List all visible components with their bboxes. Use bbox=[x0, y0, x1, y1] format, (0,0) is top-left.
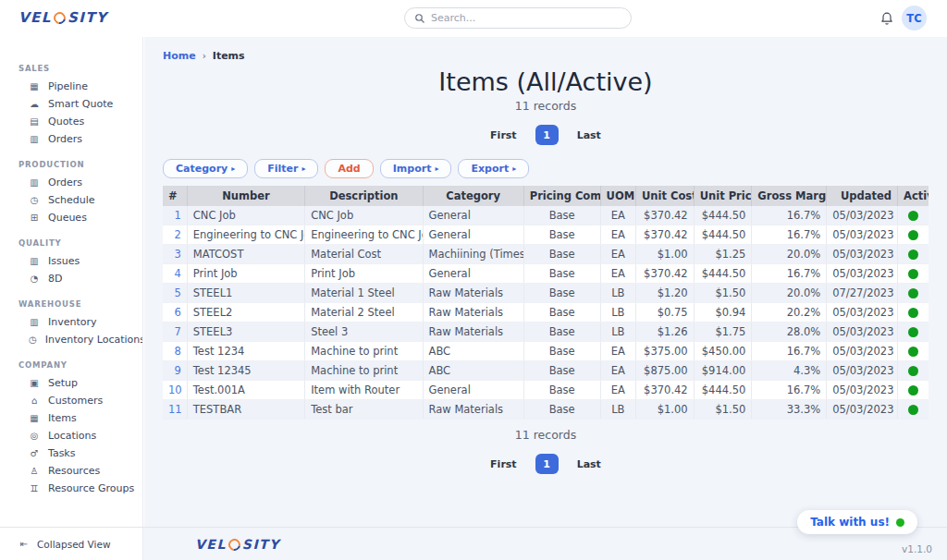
sidebar-item-inventory[interactable]: ▥Inventory bbox=[0, 313, 142, 331]
table-row[interactable]: 4Print JobPrint JobGeneralBaseEA$370.42$… bbox=[163, 264, 929, 284]
pagination-last-button[interactable]: Last bbox=[577, 129, 601, 141]
cell-num[interactable]: 1 bbox=[163, 206, 187, 225]
resources-icon: ♙ bbox=[29, 466, 40, 476]
cell-num[interactable]: 3 bbox=[163, 245, 187, 264]
column-header-active[interactable]: Active bbox=[898, 186, 929, 206]
sidebar-item-customers[interactable]: ⌂Customers bbox=[0, 392, 142, 409]
sidebar-item-setup[interactable]: ▣Setup bbox=[0, 374, 142, 392]
filter-button[interactable]: Filter▸ bbox=[254, 159, 318, 178]
breadcrumb-home-link[interactable]: Home bbox=[163, 50, 196, 62]
table-row[interactable]: 11TESTBARTest barRaw MaterialsBaseLB$1.0… bbox=[163, 400, 929, 420]
cell-num[interactable]: 8 bbox=[163, 342, 187, 361]
sidebar-item-smart-quote[interactable]: ☁Smart Quote bbox=[0, 95, 142, 113]
cell-uom: EA bbox=[600, 342, 635, 361]
collapse-view-icon: ⇤ bbox=[18, 539, 30, 549]
sidebar-item-locations[interactable]: ◎Locations bbox=[0, 427, 142, 444]
column-header-pricing-comp[interactable]: Pricing Comp bbox=[523, 186, 600, 206]
export-button[interactable]: Export▸ bbox=[458, 159, 529, 178]
cell-category: Raw Materials bbox=[423, 323, 523, 342]
active-status-dot bbox=[908, 250, 918, 260]
pagination-page-1-button[interactable]: 1 bbox=[535, 454, 559, 474]
cell-category: Machiining (Times) bbox=[423, 245, 523, 264]
sidebar-item-tasks[interactable]: ♂Tasks bbox=[0, 444, 142, 462]
sidebar-item-items[interactable]: ▦Items bbox=[0, 409, 142, 427]
cell-description: Steel 3 bbox=[305, 323, 423, 342]
table-row[interactable]: 1CNC JobCNC JobGeneralBaseEA$370.42$444.… bbox=[163, 206, 929, 225]
pagination-page-1-button[interactable]: 1 bbox=[535, 125, 559, 145]
cell-unit_cost: $370.42 bbox=[636, 206, 695, 225]
table-row[interactable]: 8Test 1234Machine to printABCBaseEA$375.… bbox=[163, 342, 929, 361]
logo-o-swoosh-icon bbox=[53, 11, 67, 25]
cell-uom: LB bbox=[600, 303, 635, 323]
pagination-last-button[interactable]: Last bbox=[577, 458, 601, 470]
cell-pricing_comp: Base bbox=[523, 225, 600, 245]
cell-description: Material 1 Steel bbox=[305, 284, 423, 303]
sidebar-item-orders[interactable]: ▥Orders bbox=[0, 174, 142, 191]
table-row[interactable]: 6STEEL2Material 2 SteelRaw MaterialsBase… bbox=[163, 303, 929, 323]
column-header-unit-price[interactable]: Unit Price bbox=[694, 186, 752, 206]
cell-unit_price: $1.50 bbox=[694, 400, 752, 420]
sidebar-item-pipeline[interactable]: ▦Pipeline bbox=[0, 78, 142, 95]
cell-num[interactable]: 6 bbox=[163, 303, 187, 323]
cell-active bbox=[898, 323, 929, 342]
breadcrumb-current: Items bbox=[213, 50, 245, 62]
column-header-description[interactable]: Description bbox=[305, 186, 423, 206]
column-header-unit-cost[interactable]: Unit Cost bbox=[636, 186, 695, 206]
category-button[interactable]: Category▸ bbox=[163, 159, 248, 178]
user-avatar[interactable]: TC bbox=[902, 6, 927, 30]
pagination-first-button[interactable]: First bbox=[490, 458, 517, 470]
column-header-gross-margin[interactable]: Gross Margin bbox=[752, 186, 827, 206]
cell-pricing_comp: Base bbox=[523, 361, 600, 381]
cell-gross_margin: 16.7% bbox=[752, 381, 827, 400]
add-button[interactable]: Add bbox=[325, 159, 373, 178]
column-header-[interactable]: # bbox=[163, 186, 187, 206]
cell-num[interactable]: 7 bbox=[163, 323, 187, 342]
global-search[interactable] bbox=[404, 7, 632, 29]
sidebar-item-schedule[interactable]: ◷Schedule bbox=[0, 191, 142, 209]
cell-updated: 05/03/2023 bbox=[827, 342, 898, 361]
table-header-row: #NumberDescriptionCategoryPricing CompUO… bbox=[163, 186, 929, 206]
sidebar-item-queues[interactable]: ⊞Queues bbox=[0, 209, 142, 226]
cell-num[interactable]: 2 bbox=[163, 225, 187, 245]
sidebar-item-resource-groups[interactable]: ♊Resource Groups bbox=[0, 480, 142, 497]
cell-unit_price: $914.00 bbox=[694, 361, 752, 381]
column-header-updated[interactable]: Updated bbox=[827, 186, 898, 206]
sidebar-item-label: Orders bbox=[48, 133, 82, 145]
table-row[interactable]: 9Test 12345Machine to printABCBaseEA$875… bbox=[163, 361, 929, 381]
sidebar-item-8d[interactable]: ◔8D bbox=[0, 270, 142, 287]
cell-category: General bbox=[423, 264, 523, 284]
cell-num[interactable]: 5 bbox=[163, 284, 187, 303]
cell-num[interactable]: 9 bbox=[163, 361, 187, 381]
sidebar-item-label: Inventory bbox=[48, 316, 97, 328]
cell-num[interactable]: 4 bbox=[163, 264, 187, 284]
collapse-sidebar-toggle[interactable]: ⇤ Collapsed View bbox=[0, 528, 143, 560]
table-row[interactable]: 5STEEL1Material 1 SteelRaw MaterialsBase… bbox=[163, 284, 929, 303]
table-row[interactable]: 7STEEL3Steel 3Raw MaterialsBaseLB$1.26$1… bbox=[163, 323, 929, 342]
cell-gross_margin: 4.3% bbox=[752, 361, 827, 381]
import-button[interactable]: Import▸ bbox=[380, 159, 452, 178]
column-header-number[interactable]: Number bbox=[187, 186, 304, 206]
notifications-bell-icon[interactable] bbox=[879, 10, 894, 26]
caret-right-icon: ▸ bbox=[231, 164, 235, 173]
sidebar-item-label: Locations bbox=[48, 430, 96, 442]
table-row[interactable]: 2Engineering to CNC JobEngineering to CN… bbox=[163, 225, 929, 245]
table-row[interactable]: 10Test.001AItem with RouterGeneralBaseEA… bbox=[163, 381, 929, 400]
cell-number: MATCOST bbox=[187, 245, 304, 264]
pagination-first-button[interactable]: First bbox=[490, 129, 517, 141]
column-header-uom[interactable]: UOM bbox=[600, 186, 635, 206]
sidebar-item-quotes[interactable]: ▤Quotes bbox=[0, 113, 142, 130]
button-label: Add bbox=[338, 163, 360, 175]
sidebar-item-issues[interactable]: ▥Issues bbox=[0, 252, 142, 270]
cell-num[interactable]: 11 bbox=[163, 400, 187, 420]
table-row[interactable]: 3MATCOSTMaterial CostMachiining (Times)B… bbox=[163, 245, 929, 264]
cell-category: General bbox=[423, 206, 523, 225]
sidebar-section-label-company: COMPANY bbox=[18, 360, 142, 370]
sidebar-item-orders[interactable]: ▥Orders bbox=[0, 130, 142, 148]
chat-widget-button[interactable]: Talk with us! bbox=[797, 510, 917, 534]
sidebar-item-inventory-locations[interactable]: ◷Inventory Locations bbox=[0, 331, 142, 348]
search-input[interactable] bbox=[431, 12, 621, 24]
column-header-category[interactable]: Category bbox=[423, 186, 523, 206]
queues-icon: ⊞ bbox=[29, 213, 40, 223]
cell-num[interactable]: 10 bbox=[163, 381, 187, 400]
sidebar-item-resources[interactable]: ♙Resources bbox=[0, 462, 142, 480]
